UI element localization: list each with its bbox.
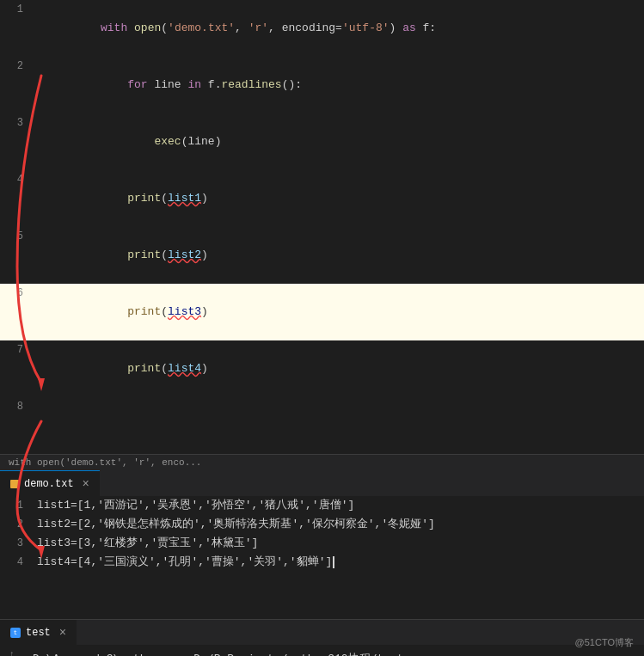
- line-content-8: [30, 397, 644, 416]
- watermark: @51CTO博客: [575, 636, 634, 649]
- code-line-2: 2 for line in f.readlines():: [0, 57, 644, 113]
- line-num-8: 8: [0, 397, 30, 416]
- txt-num-4: 4: [0, 553, 30, 572]
- code-lines: 1 with open('demo.txt', 'r', encoding='u…: [0, 0, 644, 416]
- terminal-icon: t: [10, 628, 21, 638]
- line-num-6: 6: [0, 284, 30, 303]
- txt-content-4: list4=[4,'三国演义','孔明','曹操','关羽','貂蝉']: [30, 553, 334, 572]
- minimap-tab: with open('demo.txt', 'r', enco...: [0, 454, 644, 470]
- code-line-5: 5 print(list2): [0, 227, 644, 284]
- txt-line-4: 4 list4=[4,'三国演义','孔明','曹操','关羽','貂蝉']: [0, 553, 644, 572]
- line-content-5: print(list2): [30, 227, 644, 284]
- terminal-output: D:\Anaconda3\python.exe D:/PyProjects/py…: [24, 645, 644, 656]
- line-num-5: 5: [0, 227, 30, 246]
- code-line-4: 4 print(list1): [0, 170, 644, 227]
- terminal-section: ↑ ↓ ≡ ⊥ D:\Anaconda3\python.exe D:/PyPro…: [0, 645, 644, 656]
- terminal-tab-label: test: [26, 627, 51, 639]
- line-content-6: print(list3): [30, 284, 644, 340]
- code-line-7: 7 print(list4): [0, 340, 644, 397]
- scroll-up-icon[interactable]: ↑: [5, 650, 19, 656]
- txt-num-2: 2: [0, 515, 30, 534]
- line-content-2: for line in f.readlines():: [30, 57, 644, 113]
- line-num-1: 1: [0, 0, 30, 19]
- text-cursor: [333, 556, 334, 568]
- txt-line-1: 1 list1=[1,'西游记','吴承恩','孙悟空','猪八戒','唐僧']: [0, 496, 644, 515]
- line-num-4: 4: [0, 170, 30, 189]
- line-num-2: 2: [0, 57, 30, 76]
- line-content-1: with open('demo.txt', 'r', encoding='utf…: [30, 0, 644, 57]
- line-num-3: 3: [0, 113, 30, 132]
- terminal-command: D:\Anaconda3\python.exe D:/PyProjects/py…: [33, 650, 635, 656]
- terminal-tab[interactable]: t test ×: [0, 620, 77, 645]
- txt-line-2: 2 list2=[2,'钢铁是怎样炼成的','奥斯特洛夫斯基','保尔柯察金',…: [0, 515, 644, 534]
- demo-txt-close[interactable]: ×: [83, 477, 89, 491]
- line-content-4: print(list1): [30, 170, 644, 227]
- txt-line-3: 3 list3=[3,'红楼梦','贾宝玉','林黛玉']: [0, 534, 644, 553]
- terminal-tab-bar: t test ×: [0, 619, 644, 645]
- terminal-close[interactable]: ×: [59, 626, 66, 640]
- line-content-3: exec(line): [30, 113, 644, 170]
- txt-content-1: list1=[1,'西游记','吴承恩','孙悟空','猪八戒','唐僧']: [30, 496, 354, 515]
- txt-content-2: list2=[2,'钢铁是怎样炼成的','奥斯特洛夫斯基','保尔柯察金','冬…: [30, 515, 435, 534]
- code-line-6: 6 print(list3): [0, 284, 644, 340]
- code-line-3: 3 exec(line): [0, 113, 644, 170]
- terminal-gutter: ↑ ↓ ≡ ⊥: [0, 645, 24, 656]
- file-icon: [10, 480, 19, 488]
- code-editor: 1 with open('demo.txt', 'r', encoding='u…: [0, 0, 644, 470]
- demo-txt-tab[interactable]: demo.txt ×: [0, 470, 100, 496]
- txt-content-3: list3=[3,'红楼梦','贾宝玉','林黛玉']: [30, 534, 258, 553]
- demo-txt-tab-label: demo.txt: [24, 478, 74, 490]
- code-line-1: 1 with open('demo.txt', 'r', encoding='u…: [0, 0, 644, 57]
- line-num-7: 7: [0, 340, 30, 359]
- txt-editor: 1 list1=[1,'西游记','吴承恩','孙悟空','猪八戒','唐僧']…: [0, 496, 644, 619]
- txt-num-3: 3: [0, 534, 30, 553]
- line-content-7: print(list4): [30, 340, 644, 397]
- txt-num-1: 1: [0, 496, 30, 515]
- file-tab-bar: demo.txt ×: [0, 470, 644, 496]
- code-line-8: 8: [0, 397, 644, 416]
